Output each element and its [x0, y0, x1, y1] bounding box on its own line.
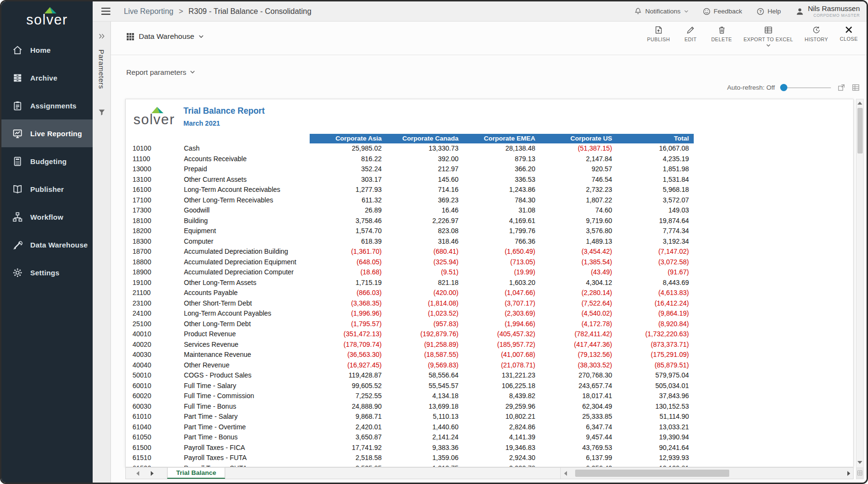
notifications-button[interactable]: Notifications [634, 7, 688, 15]
account-cell: 13100 [133, 175, 184, 185]
help-button[interactable]: ? Help [757, 8, 781, 15]
value-cell: (91,258.89) [386, 340, 463, 350]
tab-trial-balance[interactable]: Trial Balance [167, 468, 225, 479]
tab-scroll-left-icon[interactable] [136, 471, 139, 476]
export-to-excel-button[interactable]: EXPORT TO EXCEL [744, 25, 793, 47]
value-cell: 25,985.02 [310, 143, 386, 154]
tab-scroll-right-icon[interactable] [151, 471, 154, 476]
auto-refresh-control: Auto-refresh: Off [727, 83, 860, 92]
value-cell: 1,851.98 [617, 164, 694, 175]
smiley-icon [703, 8, 711, 15]
table-row: 17100Other Long-Term Receivables611.3236… [133, 195, 694, 206]
parameters-panel-title: Parameters [97, 49, 106, 89]
value-cell: 149.03 [617, 205, 694, 216]
breadcrumb-section[interactable]: Live Reporting [124, 7, 173, 16]
scroll-left-button[interactable] [561, 468, 570, 479]
history-button[interactable]: HISTORY [805, 25, 828, 47]
value-cell: 2,420.01 [310, 422, 386, 433]
left-arrow-icon [564, 471, 567, 476]
value-cell: (18,587.55) [386, 350, 463, 360]
sidebar-item-budgeting[interactable]: Budgeting [1, 147, 93, 175]
value-cell: 31.08 [463, 205, 540, 216]
vertical-scrollbar[interactable] [856, 99, 864, 479]
sidebar-item-home[interactable]: Home [1, 36, 93, 64]
value-cell: (420.00) [386, 288, 463, 298]
table-row: 21100Accounts Payable(866.03)(420.00)(1,… [133, 288, 694, 298]
delete-button[interactable]: DELETE [711, 25, 732, 47]
trash-icon [717, 25, 726, 35]
parameters-panel-collapsed: Parameters [93, 22, 111, 483]
horizontal-scrollbar-thumb[interactable] [575, 470, 729, 477]
table-row: 18200Equipment1,574.70823.081,799.763,57… [133, 226, 694, 236]
breadcrumb: Live Reporting > R309 - Trial Balance - … [124, 7, 312, 16]
table-row: 18300Computer618.39318.46766.361,489.133… [133, 236, 694, 247]
edit-button[interactable]: EDIT [681, 25, 699, 47]
sidebar-item-publisher[interactable]: Publisher [1, 175, 93, 203]
sidebar-item-data-warehouse[interactable]: Data Warehouse [1, 231, 93, 259]
slider-knob[interactable] [780, 84, 787, 91]
value-cell: 130,152.53 [617, 401, 694, 412]
value-cell: 6,137.99 [540, 453, 617, 463]
sidebar-item-archive[interactable]: Archive [1, 64, 93, 92]
value-cell: 2,525.85 [310, 463, 386, 468]
expand-panel-icon[interactable] [98, 32, 105, 41]
value-cell: 17,741.92 [310, 443, 386, 453]
value-cell: (185,957.72) [463, 340, 540, 350]
value-cell: 1,531.84 [617, 175, 694, 185]
account-cell: 18300 [133, 236, 184, 247]
logo-wordmark: solver [26, 13, 68, 27]
sidebar-item-live-reporting[interactable]: Live Reporting [1, 119, 93, 147]
breadcrumb-page: R309 - Trial Balance - Consolidating [189, 7, 312, 16]
export-label: EXPORT TO EXCEL [744, 36, 793, 42]
publish-button[interactable]: PUBLISH [647, 25, 670, 47]
sidebar-item-workflow[interactable]: Workflow [1, 203, 93, 231]
sidebar: solver Home Archive Assignments [1, 1, 93, 483]
workflow-icon [12, 212, 23, 223]
scroll-down-button[interactable] [856, 459, 863, 466]
feedback-button[interactable]: Feedback [703, 8, 742, 15]
sidebar-item-label: Settings [30, 269, 60, 277]
data-source-selector[interactable]: Data Warehouse [126, 32, 204, 41]
menu-icon[interactable] [101, 8, 110, 15]
account-name-cell: Computer [184, 236, 310, 247]
topbar: Live Reporting > R309 - Trial Balance - … [93, 1, 867, 22]
scroll-right-button[interactable] [844, 468, 853, 479]
value-cell: 611.32 [310, 195, 386, 206]
table-row: 24100Long-Term Account Payables(1,996.96… [133, 308, 694, 319]
popout-icon[interactable] [837, 83, 845, 92]
value-cell: 7,252.55 [310, 391, 386, 401]
value-cell: 1,440.60 [386, 422, 463, 433]
sidebar-item-settings[interactable]: Settings [1, 259, 93, 286]
value-cell: 55,545.57 [386, 381, 463, 391]
report-parameters-toggle[interactable]: Report parameters [126, 68, 195, 76]
publisher-icon [12, 184, 23, 195]
account-cell: 24100 [133, 308, 184, 319]
sidebar-item-assignments[interactable]: Assignments [1, 92, 93, 119]
header-spacer [133, 134, 184, 143]
table-row: 61500Payroll Taxes - FICA17,741.929,383.… [133, 443, 694, 453]
table-row: 16100Long-Term Account Receivables1,277.… [133, 185, 694, 195]
sidebar-nav: Home Archive Assignments Live Reporting [1, 36, 93, 286]
account-name-cell: Cash [184, 143, 310, 154]
down-arrow-icon [857, 461, 862, 464]
horizontal-scrollbar[interactable] [560, 468, 853, 479]
value-cell: (3,072.58) [617, 257, 694, 268]
vertical-scrollbar-thumb[interactable] [857, 108, 863, 153]
close-button[interactable]: CLOSE [840, 25, 858, 47]
horizontal-scrollbar-track[interactable] [570, 468, 844, 479]
value-cell: (8,920.84) [617, 319, 694, 330]
table-view-icon[interactable] [852, 83, 860, 92]
value-cell: (2,303.69) [463, 308, 540, 319]
value-cell: 4,235.19 [617, 154, 694, 165]
auto-refresh-slider[interactable] [781, 87, 831, 88]
filter-icon[interactable] [98, 109, 105, 118]
user-menu[interactable]: Nils Rasmussen CorpDemo Master [796, 5, 860, 18]
grid-icon [126, 33, 134, 41]
edit-label: EDIT [685, 36, 697, 42]
column-header: Corporate US [540, 134, 617, 143]
publish-icon [654, 25, 663, 35]
scroll-up-button[interactable] [856, 99, 863, 107]
value-cell: (16,412.24) [617, 298, 694, 309]
account-cell: 61510 [133, 453, 184, 463]
account-cell: 50010 [133, 370, 184, 381]
